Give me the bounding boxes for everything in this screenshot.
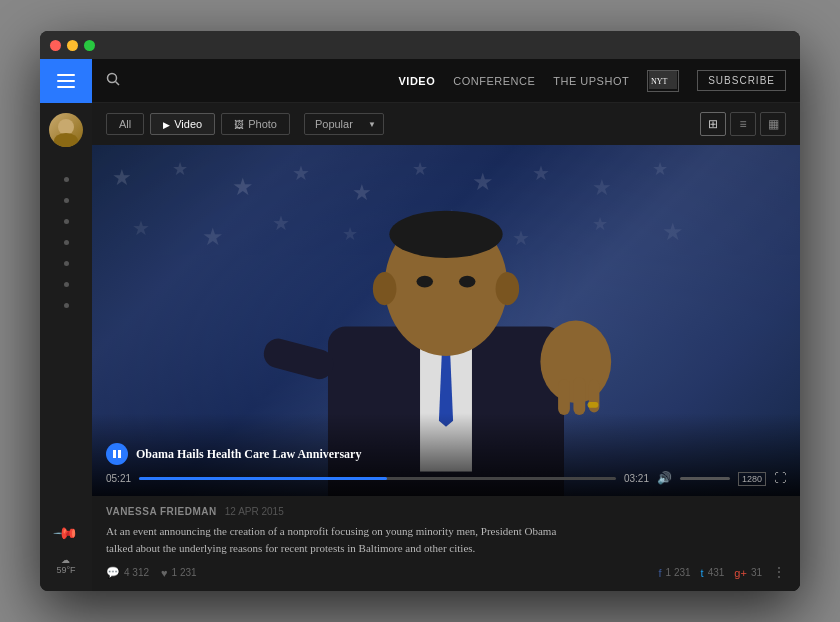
svg-rect-39 [588,402,599,408]
filter-photo-button[interactable]: 🖼Photo [221,113,290,135]
svg-point-30 [389,211,502,258]
article-meta: VANESSA FRIEDMAN 12 APR 2015 [106,506,786,517]
top-nav: VIDEO CONFERENCE THE UPSHOT NYT SUBSCRIB… [92,59,800,103]
gplus-share-button[interactable]: g+ 31 [734,567,762,579]
comment-icon: 💬 [106,566,120,579]
svg-text:NYT: NYT [651,77,668,86]
filter-video-button[interactable]: ▶Video [150,113,215,135]
author-name: VANESSA FRIEDMAN [106,506,217,517]
svg-point-34 [459,276,476,288]
volume-icon[interactable]: 🔊 [657,471,672,486]
play-pause-button[interactable] [106,443,128,465]
facebook-count: 1 231 [666,567,691,578]
video-controls: 05:21 03:21 🔊 1280 ⛶ [106,471,786,486]
sort-dropdown[interactable]: Popular Recent Trending [304,113,384,135]
nyt-logo-image: NYT [649,71,677,91]
photo-icon: 🖼 [234,119,244,130]
pause-icon [113,450,121,458]
maximize-button[interactable] [84,40,95,51]
facebook-icon: f [658,567,661,579]
comments-button[interactable]: 💬 4 312 [106,566,149,579]
sidebar-nav-dots [64,177,69,524]
filter-bar: All ▶Video 🖼Photo Popular Recent Trendin… [92,103,800,145]
weather-widget: ☁ 59°F [56,555,75,575]
sidebar-dot-1[interactable] [64,177,69,182]
sidebar-dot-5[interactable] [64,261,69,266]
svg-point-32 [496,272,520,305]
subscribe-button[interactable]: SUBSCRIBE [697,70,786,91]
svg-rect-36 [558,380,570,415]
svg-rect-37 [573,377,585,415]
svg-rect-40 [261,335,337,382]
avatar[interactable] [49,113,83,147]
social-actions: f 1 231 t 431 g+ 31 ⋮ [658,564,786,581]
nav-link-conference[interactable]: CONFERENCE [453,75,535,87]
video-title-row: Obama Hails Health Care Law Anniversary [106,443,786,465]
search-button[interactable] [106,72,120,90]
sidebar-dot-7[interactable] [64,303,69,308]
main-content: VIDEO CONFERENCE THE UPSHOT NYT SUBSCRIB… [92,59,800,591]
progress-bar[interactable] [139,477,616,480]
sidebar: 📌 ☁ 59°F [40,59,92,591]
app-layout: 📌 ☁ 59°F VIDEO CONFERENCE [40,59,800,591]
svg-point-1 [54,133,78,147]
pin-icon[interactable]: 📌 [52,520,80,548]
weather-icon: ☁ [61,555,70,565]
close-button[interactable] [50,40,61,51]
article-actions: 💬 4 312 ♥ 1 231 f 1 231 t [106,564,786,581]
nav-links: VIDEO CONFERENCE THE UPSHOT NYT SUBSCRIB… [399,70,786,92]
article-section: VANESSA FRIEDMAN 12 APR 2015 At an event… [92,496,800,591]
sidebar-bottom: 📌 ☁ 59°F [56,524,76,591]
sidebar-dot-6[interactable] [64,282,69,287]
video-player[interactable]: ★ ★ ★ ★ ★ ★ ★ ★ ★ ★ ★ ★ ★ ★ ★ [92,145,800,496]
play-icon: ▶ [163,120,170,130]
filter-video-label: Video [174,118,202,130]
current-time: 05:21 [106,473,131,484]
card-view-button[interactable]: ▦ [760,112,786,136]
video-controls-overlay: Obama Hails Health Care Law Anniversary … [92,413,800,496]
likes-button[interactable]: ♥ 1 231 [161,567,197,579]
svg-point-2 [108,73,117,82]
sidebar-dot-2[interactable] [64,198,69,203]
browser-window: 📌 ☁ 59°F VIDEO CONFERENCE [40,31,800,591]
end-time: 03:21 [624,473,649,484]
video-title: Obama Hails Health Care Law Anniversary [136,447,361,462]
twitter-share-button[interactable]: t 431 [701,567,725,579]
sidebar-top [40,59,92,103]
resolution-badge: 1280 [738,472,766,486]
fullscreen-icon[interactable]: ⛶ [774,471,786,486]
sidebar-dot-3[interactable] [64,219,69,224]
article-date: 12 APR 2015 [225,506,284,517]
svg-point-31 [373,272,397,305]
sidebar-dot-4[interactable] [64,240,69,245]
twitter-count: 431 [708,567,725,578]
heart-icon: ♥ [161,567,168,579]
grid-view-button[interactable]: ⊞ [700,112,726,136]
list-view-button[interactable]: ≡ [730,112,756,136]
nav-link-upshot[interactable]: THE UPSHOT [553,75,629,87]
facebook-share-button[interactable]: f 1 231 [658,567,690,579]
filter-photo-label: Photo [248,118,277,130]
hamburger-menu-button[interactable] [57,74,75,88]
sort-dropdown-wrap: Popular Recent Trending ▼ [296,113,384,135]
article-description: At an event announcing the creation of a… [106,523,566,556]
minimize-button[interactable] [67,40,78,51]
progress-bar-fill [139,477,387,480]
nyt-logo[interactable]: NYT [647,70,679,92]
nav-link-video[interactable]: VIDEO [399,75,436,87]
twitter-icon: t [701,567,704,579]
gplus-icon: g+ [734,567,747,579]
weather-temp: 59°F [56,565,75,575]
more-options-button[interactable]: ⋮ [772,564,786,581]
svg-point-33 [417,276,434,288]
gplus-count: 31 [751,567,762,578]
comments-count: 4 312 [124,567,149,578]
title-bar [40,31,800,59]
view-icons: ⊞ ≡ ▦ [700,112,786,136]
svg-point-0 [58,119,74,135]
volume-bar[interactable] [680,477,730,480]
likes-count: 1 231 [172,567,197,578]
filter-all-button[interactable]: All [106,113,144,135]
svg-line-3 [116,81,120,85]
